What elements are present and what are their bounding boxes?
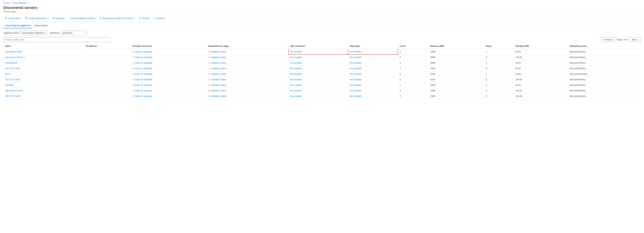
webapps-value[interactable]: Not enabled (350, 73, 362, 75)
cell-storage: 16.00 (514, 71, 568, 77)
cell-name: linux1 (3, 71, 84, 77)
software-link[interactable]: Data not available (135, 89, 152, 92)
cell-name: SS-VCVT-12DC (3, 93, 84, 99)
webapps-value[interactable]: Not enabled (350, 78, 362, 81)
appliance-chevron-icon: ▾ (44, 32, 45, 34)
cell-software: ⚠ Data not available (130, 71, 206, 77)
software-link[interactable]: Data not available (135, 51, 152, 53)
sql-value[interactable]: Not enabled (290, 50, 302, 53)
sql-value[interactable]: Not enabled (290, 95, 302, 97)
dependency-analysis-button[interactable]: ✦ Dependency analysis (Preview) ▾ (98, 16, 136, 21)
server-name-link[interactable]: saku-2k8r2-net35 (5, 51, 22, 53)
server-name-link[interactable]: win2k8net35 (5, 62, 17, 64)
software-link[interactable]: Data not available (135, 73, 152, 75)
sql-value[interactable]: Not enabled (290, 56, 302, 59)
sql-value[interactable]: Not enabled (290, 67, 302, 70)
webapps-value[interactable]: Not enabled (350, 62, 362, 64)
dep-link[interactable]: Validation failed (211, 62, 226, 64)
cell-webapps: Not enabled (348, 77, 398, 82)
cell-ip: - (84, 49, 130, 55)
software-link[interactable]: Data not available (135, 56, 152, 59)
sql-value[interactable]: Not enabled (290, 73, 302, 75)
tab-azure-migrate-appliance[interactable]: Azure Migrate appliance (3, 23, 32, 29)
dep-link[interactable]: Validation failed (211, 67, 226, 70)
cell-cores: 1 (398, 71, 428, 77)
cell-software: ⚠ Data not available (130, 60, 206, 66)
appliance-select[interactable]: airsonicapp (VMware) ▾ (20, 31, 47, 35)
cell-storage: 40.00 (514, 60, 568, 66)
cell-memory: 6144 (429, 77, 484, 82)
server-name-link[interactable]: saku-spool-2k12r2-o... (5, 56, 27, 59)
dep-link[interactable]: Validation failed (211, 56, 226, 59)
cell-dependencies: ⚠ Validation failed (206, 71, 288, 77)
sql-value[interactable]: Not enabled (290, 84, 302, 86)
software-link[interactable]: Data not available (135, 84, 152, 86)
server-name-link[interactable]: SS-VCVT-12DC (5, 95, 21, 97)
next-button[interactable]: Next > (629, 37, 641, 42)
breadcrumb-home[interactable]: Home (3, 2, 9, 4)
cell-disks: 6 (484, 66, 514, 71)
col-software: Software inventory (130, 43, 206, 49)
cell-dependencies: ⚠ Validation failed (206, 60, 288, 66)
cell-cores: 4 (398, 66, 428, 71)
tab-import-based[interactable]: Import based (32, 23, 50, 29)
col-disks: Disks (484, 43, 514, 49)
server-name-link[interactable]: SS-VCVT-19DC (5, 78, 21, 81)
software-link[interactable]: Data not available (135, 78, 152, 81)
dep-link[interactable]: Validation failed (211, 95, 226, 97)
dep-link[interactable]: Validation failed (211, 78, 226, 81)
sql-value[interactable]: Not enabled (290, 89, 302, 92)
refresh-button[interactable]: ↻ Refresh (137, 16, 152, 21)
create-group-button[interactable]: ⊕ Create group (3, 16, 22, 21)
software-error-icon: ⚠ (132, 84, 134, 86)
cell-ip: - (84, 71, 130, 77)
webapps-value[interactable]: Not enabled (350, 50, 362, 53)
server-name-link[interactable]: win2k8r2 (5, 84, 14, 86)
sql-value[interactable]: Not enabled (290, 78, 302, 81)
search-input[interactable] (3, 37, 111, 42)
cell-cores: 1 (398, 60, 428, 66)
dep-link[interactable]: Validation failed (211, 84, 226, 86)
replicate-button[interactable]: ⧉ Replicate (51, 16, 66, 21)
software-link[interactable]: Data not available (135, 62, 152, 64)
sql-value[interactable]: Not enabled (290, 62, 302, 64)
breadcrumb-sep1: > (10, 2, 12, 4)
breadcrumb-azure-migrate[interactable]: Azure Migrate (12, 2, 26, 4)
software-link[interactable]: Data not available (135, 67, 152, 70)
create-assessment-button[interactable]: ☰ Create assessment ▾ (23, 16, 50, 21)
webapps-value[interactable]: Not enabled (350, 56, 362, 59)
previous-button[interactable]: < Previous (600, 37, 616, 42)
software-link[interactable]: Data not available (135, 95, 152, 97)
server-name-link[interactable]: SS-VCVT-16DC (5, 67, 21, 70)
cell-cores: 2 (398, 93, 428, 99)
export-software-inventory-button[interactable]: ↓ Export software inventory (67, 16, 97, 21)
cell-os: Microsoft Windo... (568, 60, 641, 66)
server-name-link[interactable]: linux1 (5, 73, 11, 75)
columns-button[interactable]: ≡ Columns (152, 16, 166, 21)
dependency-icon: ✦ (99, 17, 102, 20)
page-title: Discovered servers (3, 6, 38, 10)
cell-webapps: Not enabled (348, 55, 398, 60)
dep-error-icon: ⚠ (208, 95, 210, 97)
col-ip: IP address (84, 43, 130, 49)
cell-webapps: Not enabled (348, 88, 398, 93)
cell-os: Red Hat Enterpris... (568, 71, 641, 77)
cell-ip: - (84, 88, 130, 93)
cell-name: saku-2k8r2-net35 (3, 49, 84, 55)
cell-disks: 6 (484, 93, 514, 99)
dep-link[interactable]: Validation failed (211, 89, 226, 92)
webapps-value[interactable]: Not enabled (350, 89, 362, 92)
webapps-value[interactable]: Not enabled (350, 84, 362, 86)
cell-cores: 6 (398, 77, 428, 82)
cell-name: win2k8r2 (3, 82, 84, 88)
dep-error-icon: ⚠ (208, 84, 210, 86)
webapps-value[interactable]: Not enabled (350, 95, 362, 97)
dep-link[interactable]: Validation failed (211, 51, 226, 53)
webapps-value[interactable]: Not enabled (350, 67, 362, 70)
server-name-link[interactable]: saku-spool-2k12r2 (5, 89, 23, 92)
workload-select[interactable]: All servers ▾ (60, 31, 87, 35)
col-memory: Memory (MB) (429, 43, 484, 49)
cell-dependencies: ⚠ Validation failed (206, 93, 288, 99)
dep-link[interactable]: Validation failed (211, 73, 226, 75)
more-options-icon[interactable]: ··· (39, 6, 41, 10)
